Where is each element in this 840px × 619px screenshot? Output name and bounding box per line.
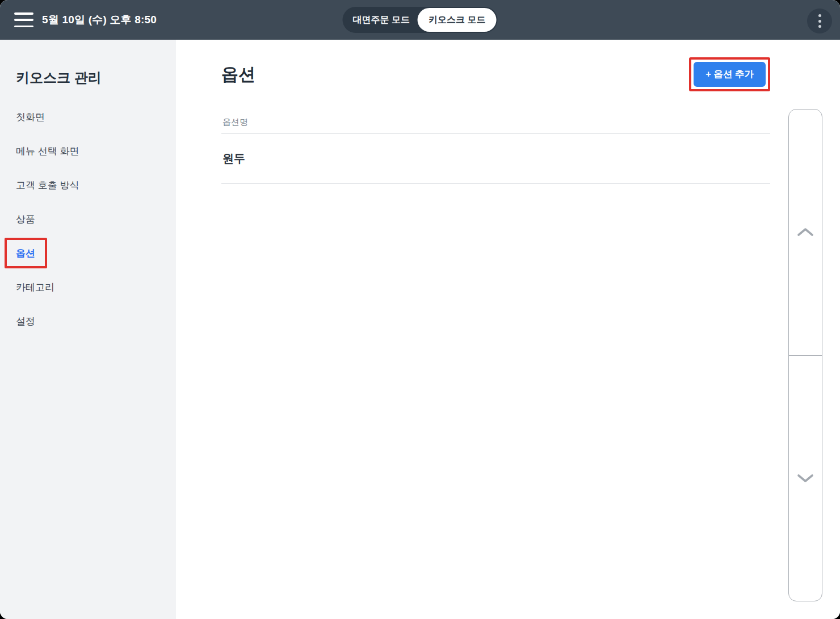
- hamburger-menu-icon[interactable]: [14, 12, 33, 27]
- sidebar-item-options[interactable]: 옵션: [0, 236, 176, 270]
- sidebar-item-products[interactable]: 상품: [0, 202, 176, 236]
- scroll-down-button[interactable]: [789, 356, 822, 601]
- table-column-header-option-name: 옵션명: [221, 117, 770, 134]
- chevron-up-icon: [796, 227, 814, 237]
- app-window: 5월 10일 (수) 오후 8:50 대면주문 모드 키오스크 모드 키오스크 …: [0, 0, 840, 619]
- sidebar: 키오스크 관리 첫화면 메뉴 선택 화면 고객 호출 방식 상품 옵션 카테고리…: [0, 40, 176, 619]
- more-options-kebab-icon[interactable]: [807, 9, 832, 33]
- content-layout: 키오스크 관리 첫화면 메뉴 선택 화면 고객 호출 방식 상품 옵션 카테고리…: [0, 40, 840, 619]
- sidebar-item-categories[interactable]: 카테고리: [0, 270, 176, 304]
- main-panel: 옵션 + 옵션 추가 옵션명 원두: [176, 40, 840, 619]
- sidebar-item-settings[interactable]: 설정: [0, 304, 176, 338]
- red-annotation-box-add-button: + 옵션 추가: [689, 57, 770, 91]
- options-table: 옵션명 원두: [221, 117, 770, 184]
- date-time-text: 5월 10일 (수) 오후 8:50: [42, 12, 157, 27]
- add-option-button[interactable]: + 옵션 추가: [694, 62, 766, 87]
- chevron-down-icon: [796, 473, 814, 483]
- sidebar-nav: 첫화면 메뉴 선택 화면 고객 호출 방식 상품 옵션 카테고리 설정: [0, 100, 176, 338]
- sidebar-item-options-label: 옵션: [16, 247, 35, 260]
- option-name-cell: 원두: [222, 151, 245, 166]
- sidebar-item-menu-select-screen[interactable]: 메뉴 선택 화면: [0, 134, 176, 168]
- toggle-option-counter-mode[interactable]: 대면주문 모드: [343, 7, 418, 33]
- sidebar-item-home-screen[interactable]: 첫화면: [0, 100, 176, 134]
- scroll-control-panel: [788, 109, 822, 601]
- page-title: 옵션: [221, 63, 255, 86]
- sidebar-title: 키오스크 관리: [16, 69, 176, 87]
- table-row-option[interactable]: 원두: [221, 134, 770, 184]
- order-mode-toggle: 대면주문 모드 키오스크 모드: [343, 7, 498, 33]
- topbar: 5월 10일 (수) 오후 8:50 대면주문 모드 키오스크 모드: [0, 0, 840, 40]
- sidebar-item-customer-call-method[interactable]: 고객 호출 방식: [0, 168, 176, 202]
- toggle-option-kiosk-mode[interactable]: 키오스크 모드: [418, 8, 496, 32]
- scroll-up-button[interactable]: [789, 110, 822, 356]
- main-header: 옵션 + 옵션 추가: [221, 61, 770, 87]
